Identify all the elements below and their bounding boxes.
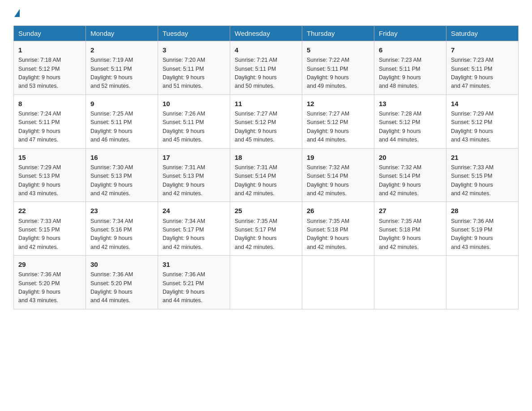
day-number: 9 [90, 98, 153, 109]
day-number: 27 [379, 206, 442, 216]
calendar-cell: 11Sunrise: 7:27 AMSunset: 5:12 PMDayligh… [230, 94, 302, 148]
day-info: Sunrise: 7:34 AMSunset: 5:16 PMDaylight:… [90, 217, 153, 252]
day-info: Sunrise: 7:29 AMSunset: 5:13 PMDaylight:… [18, 163, 81, 198]
day-number: 6 [379, 45, 442, 55]
calendar-cell: 2Sunrise: 7:19 AMSunset: 5:11 PMDaylight… [86, 41, 158, 95]
day-info: Sunrise: 7:21 AMSunset: 5:11 PMDaylight:… [235, 56, 297, 91]
calendar-cell [446, 256, 519, 309]
calendar-cell: 30Sunrise: 7:36 AMSunset: 5:20 PMDayligh… [86, 256, 158, 309]
day-number: 13 [379, 98, 442, 109]
calendar-cell: 9Sunrise: 7:25 AMSunset: 5:11 PMDaylight… [86, 94, 158, 148]
calendar-cell: 12Sunrise: 7:27 AMSunset: 5:12 PMDayligh… [302, 94, 374, 148]
day-info: Sunrise: 7:23 AMSunset: 5:11 PMDaylight:… [379, 56, 442, 91]
day-info: Sunrise: 7:36 AMSunset: 5:20 PMDaylight:… [90, 270, 153, 305]
day-info: Sunrise: 7:36 AMSunset: 5:21 PMDaylight:… [163, 270, 225, 305]
day-number: 4 [235, 45, 297, 55]
day-number: 17 [163, 152, 225, 163]
day-info: Sunrise: 7:27 AMSunset: 5:12 PMDaylight:… [307, 110, 369, 145]
day-info: Sunrise: 7:34 AMSunset: 5:17 PMDaylight:… [163, 217, 225, 252]
calendar-cell: 26Sunrise: 7:35 AMSunset: 5:18 PMDayligh… [302, 202, 374, 256]
calendar-cell: 16Sunrise: 7:30 AMSunset: 5:13 PMDayligh… [86, 148, 158, 202]
day-info: Sunrise: 7:27 AMSunset: 5:12 PMDaylight:… [235, 110, 297, 145]
calendar-cell: 8Sunrise: 7:24 AMSunset: 5:11 PMDaylight… [14, 94, 86, 148]
calendar-cell: 23Sunrise: 7:34 AMSunset: 5:16 PMDayligh… [86, 202, 158, 256]
calendar-cell: 6Sunrise: 7:23 AMSunset: 5:11 PMDaylight… [374, 41, 446, 95]
calendar-cell: 20Sunrise: 7:32 AMSunset: 5:14 PMDayligh… [374, 148, 446, 202]
day-info: Sunrise: 7:35 AMSunset: 5:18 PMDaylight:… [379, 217, 442, 252]
calendar-cell: 27Sunrise: 7:35 AMSunset: 5:18 PMDayligh… [374, 202, 446, 256]
day-info: Sunrise: 7:32 AMSunset: 5:14 PMDaylight:… [307, 163, 369, 198]
calendar-week-row: 1Sunrise: 7:18 AMSunset: 5:12 PMDaylight… [14, 41, 519, 95]
calendar-cell: 29Sunrise: 7:36 AMSunset: 5:20 PMDayligh… [14, 256, 86, 309]
day-info: Sunrise: 7:29 AMSunset: 5:12 PMDaylight:… [451, 110, 514, 145]
column-header-tuesday: Tuesday [158, 26, 230, 41]
day-info: Sunrise: 7:33 AMSunset: 5:15 PMDaylight:… [451, 163, 514, 198]
logo [13, 9, 20, 17]
column-header-thursday: Thursday [302, 26, 374, 41]
calendar-header-row: SundayMondayTuesdayWednesdayThursdayFrid… [14, 26, 519, 41]
day-number: 19 [307, 152, 369, 163]
day-info: Sunrise: 7:28 AMSunset: 5:12 PMDaylight:… [379, 110, 442, 145]
day-info: Sunrise: 7:30 AMSunset: 5:13 PMDaylight:… [90, 163, 153, 198]
day-info: Sunrise: 7:22 AMSunset: 5:11 PMDaylight:… [307, 56, 369, 91]
day-number: 2 [90, 45, 153, 55]
calendar-cell [302, 256, 374, 309]
column-header-sunday: Sunday [14, 26, 86, 41]
day-number: 16 [90, 152, 153, 163]
calendar-week-row: 29Sunrise: 7:36 AMSunset: 5:20 PMDayligh… [14, 256, 519, 309]
logo-arrow-icon [14, 9, 20, 17]
column-header-friday: Friday [374, 26, 446, 41]
calendar-week-row: 8Sunrise: 7:24 AMSunset: 5:11 PMDaylight… [14, 94, 519, 148]
day-info: Sunrise: 7:20 AMSunset: 5:11 PMDaylight:… [163, 56, 225, 91]
day-info: Sunrise: 7:33 AMSunset: 5:15 PMDaylight:… [18, 217, 81, 252]
page-header [13, 9, 519, 17]
calendar-cell: 7Sunrise: 7:23 AMSunset: 5:11 PMDaylight… [446, 41, 519, 95]
day-info: Sunrise: 7:31 AMSunset: 5:14 PMDaylight:… [235, 163, 297, 198]
day-number: 22 [18, 206, 81, 216]
day-info: Sunrise: 7:32 AMSunset: 5:14 PMDaylight:… [379, 163, 442, 198]
day-number: 7 [451, 45, 514, 55]
calendar-cell: 15Sunrise: 7:29 AMSunset: 5:13 PMDayligh… [14, 148, 86, 202]
calendar-cell [230, 256, 302, 309]
day-number: 20 [379, 152, 442, 163]
calendar-cell: 31Sunrise: 7:36 AMSunset: 5:21 PMDayligh… [158, 256, 230, 309]
calendar-cell: 22Sunrise: 7:33 AMSunset: 5:15 PMDayligh… [14, 202, 86, 256]
calendar-cell: 1Sunrise: 7:18 AMSunset: 5:12 PMDaylight… [14, 41, 86, 95]
calendar-cell: 21Sunrise: 7:33 AMSunset: 5:15 PMDayligh… [446, 148, 519, 202]
column-header-monday: Monday [86, 26, 158, 41]
day-info: Sunrise: 7:19 AMSunset: 5:11 PMDaylight:… [90, 56, 153, 91]
calendar-cell: 24Sunrise: 7:34 AMSunset: 5:17 PMDayligh… [158, 202, 230, 256]
calendar-cell: 19Sunrise: 7:32 AMSunset: 5:14 PMDayligh… [302, 148, 374, 202]
day-number: 24 [163, 206, 225, 216]
day-info: Sunrise: 7:18 AMSunset: 5:12 PMDaylight:… [18, 56, 81, 91]
calendar-week-row: 15Sunrise: 7:29 AMSunset: 5:13 PMDayligh… [14, 148, 519, 202]
day-number: 25 [235, 206, 297, 216]
day-info: Sunrise: 7:31 AMSunset: 5:13 PMDaylight:… [163, 163, 225, 198]
day-info: Sunrise: 7:23 AMSunset: 5:11 PMDaylight:… [451, 56, 514, 91]
calendar-cell: 25Sunrise: 7:35 AMSunset: 5:17 PMDayligh… [230, 202, 302, 256]
calendar-cell: 3Sunrise: 7:20 AMSunset: 5:11 PMDaylight… [158, 41, 230, 95]
calendar-week-row: 22Sunrise: 7:33 AMSunset: 5:15 PMDayligh… [14, 202, 519, 256]
calendar-cell: 14Sunrise: 7:29 AMSunset: 5:12 PMDayligh… [446, 94, 519, 148]
day-number: 23 [90, 206, 153, 216]
day-info: Sunrise: 7:36 AMSunset: 5:19 PMDaylight:… [451, 217, 514, 252]
calendar-cell: 18Sunrise: 7:31 AMSunset: 5:14 PMDayligh… [230, 148, 302, 202]
day-info: Sunrise: 7:25 AMSunset: 5:11 PMDaylight:… [90, 110, 153, 145]
calendar-cell: 10Sunrise: 7:26 AMSunset: 5:11 PMDayligh… [158, 94, 230, 148]
day-number: 15 [18, 152, 81, 163]
calendar-table: SundayMondayTuesdayWednesdayThursdayFrid… [13, 26, 519, 309]
column-header-wednesday: Wednesday [230, 26, 302, 41]
day-number: 30 [90, 259, 153, 270]
day-number: 10 [163, 98, 225, 109]
day-info: Sunrise: 7:35 AMSunset: 5:18 PMDaylight:… [307, 217, 369, 252]
day-number: 1 [18, 45, 81, 55]
day-number: 5 [307, 45, 369, 55]
day-number: 3 [163, 45, 225, 55]
day-number: 18 [235, 152, 297, 163]
column-header-saturday: Saturday [446, 26, 519, 41]
calendar-cell: 28Sunrise: 7:36 AMSunset: 5:19 PMDayligh… [446, 202, 519, 256]
day-number: 29 [18, 259, 81, 270]
day-number: 26 [307, 206, 369, 216]
day-number: 14 [451, 98, 514, 109]
calendar-cell [374, 256, 446, 309]
